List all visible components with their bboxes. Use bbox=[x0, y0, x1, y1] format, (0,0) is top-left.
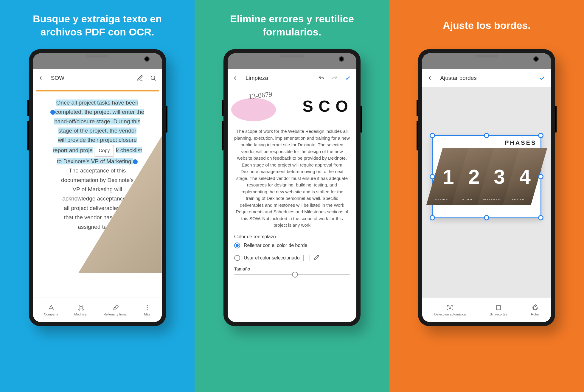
phase-strips: 1DESIGN 2BUILD 3IMPLEMENT 4REVIEW bbox=[436, 148, 538, 205]
bottom-toolbar: Detección automática Sin recortes Rotar bbox=[422, 298, 551, 322]
radio-icon[interactable] bbox=[234, 255, 240, 261]
modify-button[interactable]: Modificar bbox=[74, 304, 88, 316]
phone-side-button bbox=[417, 121, 418, 150]
phone-notch bbox=[280, 55, 304, 57]
search-icon[interactable] bbox=[149, 74, 157, 82]
color-swatch[interactable] bbox=[303, 255, 310, 261]
crop-document[interactable]: PHASES 1DESIGN 2BUILD 3IMPLEMENT 4REVIEW bbox=[432, 135, 541, 218]
share-button[interactable]: Compartir bbox=[44, 304, 58, 316]
document-body-text[interactable]: The scope of work for the Website Redesi… bbox=[228, 127, 356, 230]
crop-handle[interactable] bbox=[484, 133, 489, 138]
appbar-title: SOW bbox=[51, 75, 131, 81]
headline-2: Elimine errores y reutilice formularios. bbox=[218, 10, 366, 40]
edit-icon[interactable] bbox=[136, 74, 144, 82]
svg-rect-5 bbox=[496, 306, 501, 310]
panel-ocr: Busque y extraiga texto en archivos PDF … bbox=[0, 0, 195, 392]
crop-handle[interactable] bbox=[538, 215, 543, 220]
headline-3: Ajuste los bordes. bbox=[443, 10, 531, 40]
phone-mockup-3: Ajustar bordes PHASES 1DESIGN 2BUILD 3IM… bbox=[418, 49, 555, 326]
radio-use-selected[interactable]: Usar el color seleccionado bbox=[234, 251, 350, 265]
done-button[interactable] bbox=[344, 74, 352, 82]
phone-side-button bbox=[166, 106, 167, 133]
done-button[interactable] bbox=[538, 74, 546, 82]
selection-handle-start[interactable] bbox=[50, 110, 55, 115]
radio-icon[interactable] bbox=[234, 242, 240, 248]
phone-side-button bbox=[417, 100, 418, 116]
svg-point-2 bbox=[147, 307, 148, 308]
svg-point-0 bbox=[151, 76, 155, 80]
svg-point-1 bbox=[147, 305, 148, 306]
app-bar: Limpieza bbox=[228, 69, 356, 87]
headline-1: Busque y extraiga texto en archivos PDF … bbox=[23, 10, 172, 40]
app-bar: SOW bbox=[33, 69, 162, 87]
fill-sign-button[interactable]: Rellenar y firmar bbox=[104, 304, 128, 316]
no-crop-button[interactable]: Sin recortes bbox=[490, 304, 507, 316]
bottom-toolbar: Compartir Modificar Rellenar y firmar Má… bbox=[33, 298, 162, 322]
eyedropper-icon[interactable] bbox=[313, 254, 319, 262]
panel-cleanup: Elimine errores y reutilice formularios.… bbox=[195, 0, 389, 392]
document-title-large: SCO bbox=[302, 97, 353, 115]
back-button[interactable] bbox=[232, 74, 240, 82]
crop-handle[interactable] bbox=[430, 133, 435, 138]
svg-point-3 bbox=[147, 309, 148, 310]
crop-handle[interactable] bbox=[430, 174, 435, 179]
phases-title: PHASES bbox=[505, 139, 536, 146]
auto-detect-button[interactable]: Detección automática bbox=[434, 304, 466, 316]
crop-handle[interactable] bbox=[430, 215, 435, 220]
size-slider[interactable] bbox=[234, 274, 350, 275]
eraser-mark[interactable] bbox=[231, 98, 276, 121]
crop-handle[interactable] bbox=[484, 215, 489, 220]
size-label: Tamaño bbox=[234, 266, 350, 271]
phone-camera bbox=[339, 56, 344, 62]
crop-handle[interactable] bbox=[538, 174, 543, 179]
phone-notch bbox=[86, 55, 109, 57]
phone-side-button bbox=[361, 106, 362, 133]
copy-tooltip[interactable]: Copy bbox=[95, 145, 114, 157]
rotate-button[interactable]: Rotar bbox=[531, 304, 539, 316]
phone-camera bbox=[144, 56, 150, 62]
radio-fill-border[interactable]: Rellenar con el color de borde bbox=[234, 239, 350, 251]
selection-handle-end[interactable] bbox=[133, 159, 138, 164]
slider-thumb[interactable] bbox=[292, 272, 298, 278]
svg-point-4 bbox=[449, 307, 451, 309]
phone-mockup-2: Limpieza 13-0679 SCO The scope of work f… bbox=[223, 49, 361, 326]
phone-side-button bbox=[27, 100, 29, 116]
app-bar: Ajustar bordes bbox=[422, 69, 551, 87]
replace-color-label: Color de reemplazo bbox=[234, 234, 350, 239]
crop-handle[interactable] bbox=[538, 133, 543, 138]
document-header: 13-0679 SCO bbox=[228, 90, 356, 124]
phone-side-button bbox=[27, 121, 29, 150]
panel-crop: Ajuste los bordes. Ajustar bordes PHASES bbox=[389, 0, 584, 392]
phone-notch bbox=[475, 55, 498, 57]
back-button[interactable] bbox=[427, 74, 435, 82]
document-body[interactable]: Once all project tasks have been complet… bbox=[33, 95, 162, 298]
phone-side-button bbox=[222, 121, 223, 150]
phone-side-button bbox=[222, 100, 223, 116]
back-button[interactable] bbox=[38, 74, 46, 82]
phone-side-button bbox=[555, 106, 557, 133]
more-button[interactable]: Más bbox=[144, 304, 151, 316]
appbar-title: Ajustar bordes bbox=[440, 75, 533, 81]
crop-canvas[interactable]: PHASES 1DESIGN 2BUILD 3IMPLEMENT 4REVIEW bbox=[422, 87, 551, 298]
handwritten-note: 13-0679 bbox=[248, 90, 273, 101]
appbar-title: Limpieza bbox=[246, 75, 312, 81]
document-accent-bar bbox=[36, 90, 159, 91]
phone-mockup-1: SOW Once all project tasks have been com… bbox=[29, 49, 166, 326]
highlighted-text[interactable]: Once all project tasks have been bbox=[56, 99, 139, 106]
undo-button[interactable] bbox=[318, 74, 325, 82]
redo-button[interactable] bbox=[331, 74, 338, 82]
